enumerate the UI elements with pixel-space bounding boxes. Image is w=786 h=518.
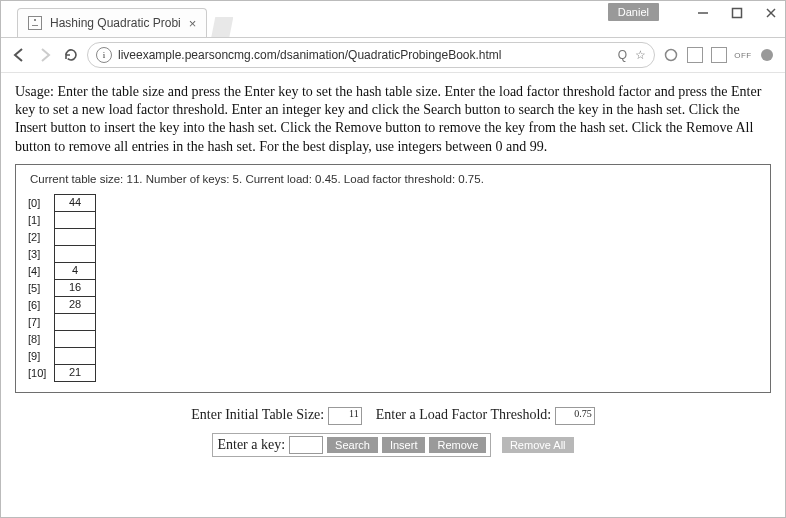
browser-tab[interactable]: Hashing Quadratic Probi × <box>17 8 207 37</box>
row-index: [8] <box>28 333 54 345</box>
extension-icon-2[interactable] <box>687 47 703 63</box>
remove-all-button[interactable]: Remove All <box>502 437 574 453</box>
close-button[interactable] <box>763 5 779 21</box>
tab-strip: Hashing Quadratic Probi × <box>1 1 785 38</box>
table-row: [4]4 <box>28 263 762 280</box>
forward-button[interactable] <box>37 47 55 63</box>
hash-table: [0]44[1][2][3][4]4[5]16[6]28[7][8][9][10… <box>28 195 762 382</box>
extension-icons: OFF <box>663 47 775 63</box>
window-controls <box>695 5 779 21</box>
url-text: liveexample.pearsoncmg.com/dsanimation/Q… <box>118 48 502 62</box>
table-row: [8] <box>28 331 762 348</box>
load-factor-label: Enter a Load Factor Threshold: <box>376 407 551 422</box>
row-cell: 28 <box>54 296 96 314</box>
browser-window: Daniel Hashing Quadratic Probi × <box>0 0 786 518</box>
table-row: [3] <box>28 246 762 263</box>
table-row: [0]44 <box>28 195 762 212</box>
action-button-row: Enter a key: Search Insert Remove <box>212 433 491 457</box>
row-cell <box>54 228 96 246</box>
svg-rect-1 <box>733 9 742 18</box>
extension-icon-4[interactable] <box>759 47 775 63</box>
page-favicon-icon <box>28 16 42 30</box>
row-cell <box>54 245 96 263</box>
svg-point-5 <box>761 49 773 61</box>
extension-off-icon[interactable]: OFF <box>735 47 751 63</box>
table-row: [7] <box>28 314 762 331</box>
table-row: [10]21 <box>28 365 762 382</box>
hash-table-panel: Current table size: 11. Number of keys: … <box>15 164 771 393</box>
load-factor-input[interactable]: 0.75 <box>555 407 595 425</box>
table-row: [1] <box>28 212 762 229</box>
reload-button[interactable] <box>63 47 79 63</box>
key-input[interactable] <box>289 436 323 454</box>
table-row: [2] <box>28 229 762 246</box>
maximize-button[interactable] <box>729 5 745 21</box>
tab-close-icon[interactable]: × <box>189 16 197 31</box>
new-tab-button[interactable] <box>211 17 233 37</box>
browser-toolbar: i liveexample.pearsoncmg.com/dsanimation… <box>1 38 785 73</box>
controls-area: Enter Initial Table Size: 11 Enter a Loa… <box>15 407 771 457</box>
key-label: Enter a key: <box>217 437 285 453</box>
status-line: Current table size: 11. Number of keys: … <box>30 173 762 185</box>
row-index: [2] <box>28 231 54 243</box>
row-index: [6] <box>28 299 54 311</box>
tab-title: Hashing Quadratic Probi <box>50 16 181 30</box>
zoom-icon[interactable]: Q <box>618 48 627 62</box>
table-row: [9] <box>28 348 762 365</box>
row-cell: 44 <box>54 194 96 212</box>
row-cell <box>54 313 96 331</box>
row-cell: 16 <box>54 279 96 297</box>
usage-text: Usage: Enter the table size and press th… <box>15 83 771 156</box>
search-button[interactable]: Search <box>327 437 378 453</box>
row-index: [3] <box>28 248 54 260</box>
row-index: [5] <box>28 282 54 294</box>
row-index: [9] <box>28 350 54 362</box>
table-row: [6]28 <box>28 297 762 314</box>
row-index: [0] <box>28 197 54 209</box>
row-index: [7] <box>28 316 54 328</box>
insert-button[interactable]: Insert <box>382 437 426 453</box>
row-cell: 21 <box>54 364 96 382</box>
row-index: [10] <box>28 367 54 379</box>
row-index: [4] <box>28 265 54 277</box>
row-cell: 4 <box>54 262 96 280</box>
address-bar[interactable]: i liveexample.pearsoncmg.com/dsanimation… <box>87 42 655 68</box>
table-size-label: Enter Initial Table Size: <box>191 407 324 422</box>
row-cell <box>54 330 96 348</box>
profile-chip[interactable]: Daniel <box>608 3 659 21</box>
row-cell <box>54 211 96 229</box>
remove-button[interactable]: Remove <box>429 437 486 453</box>
table-row: [5]16 <box>28 280 762 297</box>
table-size-input[interactable]: 11 <box>328 407 362 425</box>
page-content: Usage: Enter the table size and press th… <box>1 73 785 471</box>
extension-icon-3[interactable] <box>711 47 727 63</box>
minimize-button[interactable] <box>695 5 711 21</box>
site-info-icon[interactable]: i <box>96 47 112 63</box>
back-button[interactable] <box>11 47 29 63</box>
row-cell <box>54 347 96 365</box>
extension-icon-1[interactable] <box>663 47 679 63</box>
bookmark-star-icon[interactable]: ☆ <box>635 48 646 62</box>
row-index: [1] <box>28 214 54 226</box>
svg-point-4 <box>666 50 677 61</box>
